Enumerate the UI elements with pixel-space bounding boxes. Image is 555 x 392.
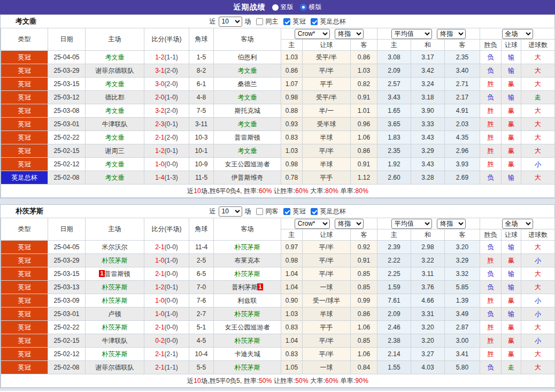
halftime-score: (1-1) (165, 364, 178, 371)
result-handicap: 赢 (502, 254, 521, 267)
result-goals: 大 (521, 361, 555, 374)
euro-away-odds: 5.80 (445, 361, 480, 374)
result-outcome: 胜 (480, 131, 502, 144)
layout-horizontal-option[interactable]: 横版 (300, 3, 322, 12)
col-result-goals: 进球数 (521, 229, 555, 241)
layout-vertical-label: 竖版 (281, 3, 294, 12)
halftime-score: (1-0) (165, 257, 178, 264)
average-select[interactable]: 平均值 (391, 29, 432, 39)
halftime-score: (0-1) (165, 120, 178, 128)
results-table: 类型 日期 主场 比分(半场) 角球 客场 Crow* 终指 平均值 终指 (1, 218, 555, 388)
score-cell: 3-1(2-0) (144, 64, 189, 78)
result-goals: 大 (521, 144, 555, 158)
final-index-select[interactable]: 终指 (335, 219, 364, 229)
home-team-cell: 考文垂 (86, 51, 144, 64)
halftime-score: (2-0) (165, 107, 178, 114)
same-venue-label: 同主 (266, 17, 279, 26)
asia-handicap: 平/半 (303, 144, 351, 158)
euro-away-odds: 2.03 (445, 118, 480, 131)
match-row: 英冠25-02-12朴茨茅斯2-1(2-1)10-4卡迪夫城0.83平/半1.0… (1, 348, 555, 361)
asia-handicap: 平/半 (303, 334, 351, 348)
result-goals: 大 (521, 104, 555, 118)
result-outcome: 负 (480, 241, 502, 254)
euro-draw-odds: 3.20 (411, 321, 445, 334)
same-venue-checkbox[interactable] (256, 18, 263, 25)
euro-home-odds: 1.59 (377, 281, 411, 294)
euro-home-odds: 2.38 (377, 334, 411, 348)
col-away: 客场 (214, 28, 281, 51)
halftime-score: (2-0) (165, 134, 178, 141)
col-home: 主场 (86, 218, 144, 241)
asia-away-odds: 0.91 (351, 158, 377, 171)
euro-draw-odds: 3.20 (411, 334, 445, 348)
scope-select[interactable]: 全场 (502, 219, 533, 229)
radio-checked-icon[interactable] (300, 4, 307, 11)
league-checkbox[interactable] (283, 208, 290, 215)
match-row: 英冠25-02-22朴茨茅斯2-1(0-0)5-1女王公园巡游者0.83平手1.… (1, 321, 555, 334)
cup-checkbox[interactable] (311, 18, 318, 25)
home-team-cell: 考文垂 (86, 131, 144, 144)
corners-cell: 7-0 (189, 281, 214, 294)
match-count-select[interactable]: 10 (219, 17, 242, 27)
final-index-select[interactable]: 终指 (335, 29, 364, 39)
away-team-cell: 考文垂 (214, 144, 281, 158)
result-handicap: 输 (502, 64, 521, 78)
asia-home-odds: 1.04 (281, 281, 303, 294)
euro-home-odds: 3.43 (377, 91, 411, 104)
asia-away-odds: 0.85 (351, 334, 377, 348)
cup-checkbox[interactable] (311, 208, 318, 215)
euro-away-odds: 3.41 (445, 348, 480, 361)
date-cell: 25-02-22 (48, 321, 86, 334)
corners-cell: 11-5 (189, 171, 214, 185)
away-team-cell: 伯恩利 (214, 51, 281, 64)
euro-odds-header: 平均值 终指 (377, 28, 480, 40)
col-euro-home: 主 (377, 229, 411, 241)
result-outcome: 胜 (480, 118, 502, 131)
result-handicap: 赢 (502, 321, 521, 334)
fulltime-score: 1-4 (155, 174, 164, 181)
bookmaker-select[interactable]: Crow* (295, 29, 330, 39)
radio-unchecked-icon[interactable] (272, 4, 279, 11)
euro-home-odds: 3.08 (377, 51, 411, 64)
date-cell: 25-04-05 (48, 241, 86, 254)
same-venue-checkbox[interactable] (256, 208, 263, 215)
asia-home-odds: 0.86 (281, 64, 303, 78)
fulltime-score: 1-0 (155, 160, 164, 168)
corners-cell: 11-4 (189, 241, 214, 254)
score-cell: 2-0(1-0) (144, 91, 189, 104)
bookmaker-select[interactable]: Crow* (295, 219, 330, 229)
result-handicap: 输 (502, 241, 521, 254)
layout-vertical-option[interactable]: 竖版 (272, 3, 294, 12)
date-cell: 25-02-12 (48, 158, 86, 171)
home-team-cell: 德比郡 (86, 91, 144, 104)
scope-select[interactable]: 全场 (502, 29, 533, 39)
asia-handicap: 半球 (303, 131, 351, 144)
result-outcome: 胜 (480, 78, 502, 91)
final-index-select-2[interactable]: 终指 (437, 29, 466, 39)
euro-home-odds: 3.65 (377, 118, 411, 131)
match-type-badge: 英冠 (1, 118, 48, 131)
home-team-cell: 卢顿 (86, 308, 144, 321)
average-select[interactable]: 平均值 (391, 219, 432, 229)
result-handicap: 输 (502, 51, 521, 64)
col-corners: 角球 (189, 28, 214, 51)
asia-home-odds: 0.93 (281, 118, 303, 131)
score-cell: 3-0(2-0) (144, 78, 189, 91)
corners-cell: 4-8 (189, 91, 214, 104)
home-team-cell: 谢菲尔德联队 (86, 361, 144, 374)
match-count-select[interactable]: 10 (219, 206, 242, 217)
away-team-cell: 普利茅斯1 (214, 281, 281, 294)
league-checkbox[interactable] (283, 18, 290, 25)
euro-home-odds: 2.22 (377, 254, 411, 267)
match-row: 英足总杯25-02-08考文垂1-4(1-3)11-5伊普斯维奇0.78平手1.… (1, 171, 555, 185)
asia-away-odds: 0.91 (351, 91, 377, 104)
result-goals: 大 (521, 267, 555, 281)
euro-away-odds: 1.39 (445, 294, 480, 308)
euro-away-odds: 2.17 (445, 91, 480, 104)
result-handicap: 赢 (502, 294, 521, 308)
final-index-select-2[interactable]: 终指 (437, 219, 466, 229)
result-outcome: 胜 (480, 144, 502, 158)
score-cell: 1-2(0-1) (144, 281, 189, 294)
asia-handicap: 一球 (303, 361, 351, 374)
match-type-badge: 英冠 (1, 308, 48, 321)
